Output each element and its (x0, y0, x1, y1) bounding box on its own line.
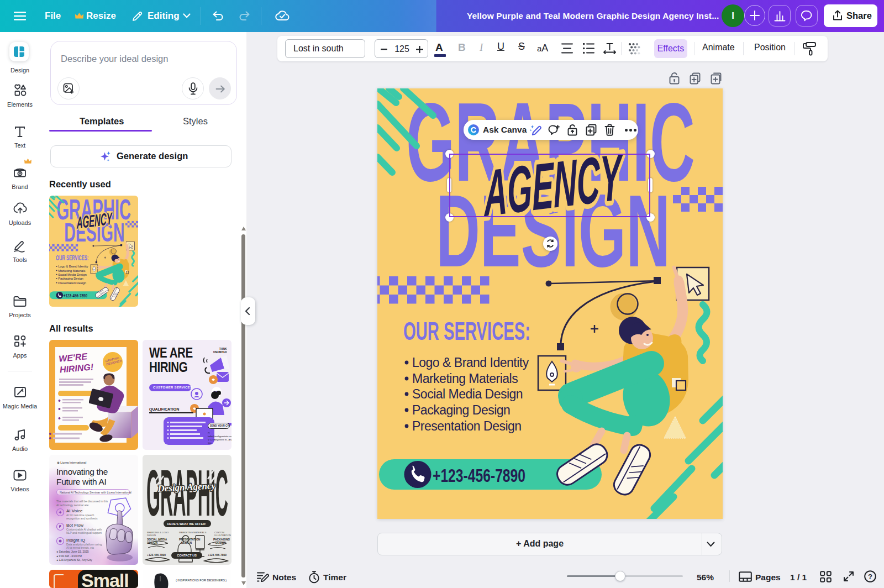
svg-text:NLP and multilingual support: NLP and multilingual support (66, 531, 102, 534)
svg-text:?: ? (868, 573, 872, 581)
svg-text:DESIGN: DESIGN (147, 534, 156, 537)
svg-text:+123-456-7890: +123-456-7890 (208, 553, 227, 556)
svg-text:AI to reveal trends, etc: AI to reveal trends, etc (66, 546, 94, 549)
svg-text:HERE'S WHAT WE OFFER:: HERE'S WHAT WE OFFER: (167, 522, 206, 526)
svg-text:Bot Flow: Bot Flow (66, 523, 83, 528)
svg-text:Insight IQ: Insight IQ (66, 538, 85, 543)
svg-text:DESIGN: DESIGN (181, 541, 192, 544)
svg-text:AI Voice: AI Voice (66, 508, 83, 513)
svg-text:DESIGN: DESIGN (147, 541, 158, 544)
svg-text:CONTACT US: CONTACT US (177, 554, 197, 557)
svg-text:recognition and synthesis: recognition and synthesis (66, 517, 98, 520)
svg-text:+123-456-7890: +123-456-7890 (147, 553, 166, 556)
svg-text:MARKETING MATERIALS: MARKETING MATERIALS (179, 531, 207, 534)
svg-text:ILLUSTRATION: ILLUSTRATION (214, 534, 231, 537)
